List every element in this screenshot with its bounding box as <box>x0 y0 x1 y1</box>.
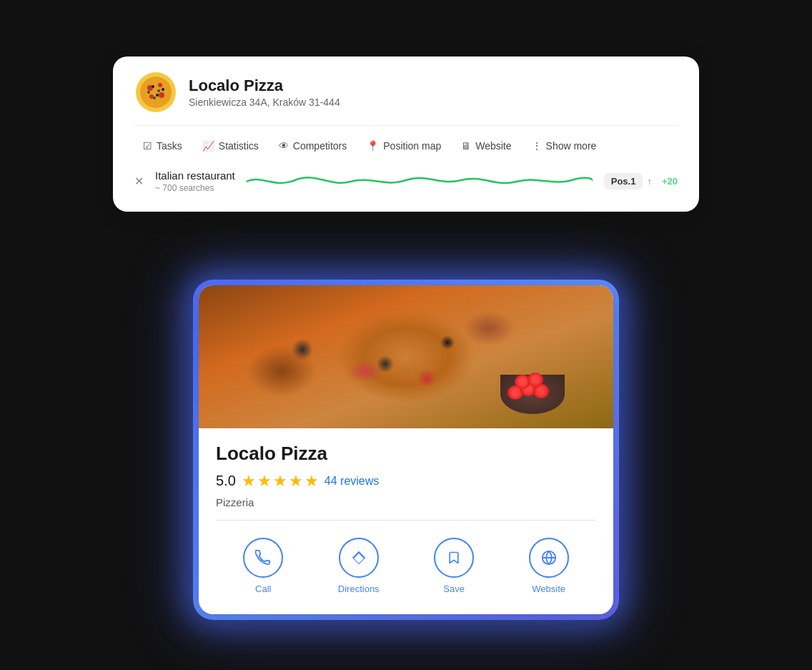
svg-point-1 <box>140 77 172 108</box>
directions-button[interactable]: Directions <box>338 538 380 594</box>
tab-show-more[interactable]: ⋮ Show more <box>523 136 605 156</box>
keyword-name: Italian restaurant <box>155 169 235 182</box>
tab-show-more-label: Show more <box>546 140 597 152</box>
business-info: Localo Pizza Sienkiewicza 34A, Kraków 31… <box>189 77 340 108</box>
save-label: Save <box>443 583 465 594</box>
action-buttons: Call Directions <box>216 535 596 600</box>
website-icon-circle <box>529 538 569 578</box>
tab-tasks-label: Tasks <box>157 140 182 152</box>
svg-point-6 <box>147 91 150 94</box>
tab-competitors[interactable]: 👁 Competitors <box>270 136 355 156</box>
tab-website-label: Website <box>475 140 511 152</box>
svg-point-4 <box>159 92 164 98</box>
statistics-icon: 📈 <box>202 140 214 152</box>
keyword-row: ✕ Italian restaurant ~ 700 searches Pos.… <box>134 159 678 199</box>
position-indicator: ↑ <box>647 176 652 187</box>
top-card: Localo Pizza Sienkiewicza 34A, Kraków 31… <box>113 56 699 212</box>
position-map-icon: 📍 <box>367 140 379 152</box>
tab-statistics-label: Statistics <box>219 140 259 152</box>
business-address: Sienkiewicza 34A, Kraków 31-444 <box>189 97 340 108</box>
reviews-count[interactable]: 44 reviews <box>325 475 379 488</box>
place-name: Localo Pizza <box>216 443 596 465</box>
tab-statistics[interactable]: 📈 Statistics <box>194 136 267 156</box>
tab-position-map[interactable]: 📍 Position map <box>358 136 450 156</box>
svg-point-9 <box>162 88 164 91</box>
pizza-image <box>199 285 613 428</box>
keyword-chart <box>247 167 593 196</box>
place-type: Pizzeria <box>216 496 596 508</box>
directions-icon-circle <box>339 538 379 578</box>
star-4: ★ <box>289 472 303 491</box>
star-1: ★ <box>242 472 256 491</box>
call-button[interactable]: Call <box>243 538 283 594</box>
tab-website[interactable]: 🖥 Website <box>452 136 520 156</box>
rating-row: 5.0 ★ ★ ★ ★ ★ 44 reviews <box>216 472 596 491</box>
website-action-label: Website <box>532 583 565 594</box>
website-action-button[interactable]: Website <box>529 538 569 594</box>
competitors-icon: 👁 <box>279 140 289 152</box>
svg-point-8 <box>153 97 156 99</box>
business-name: Localo Pizza <box>189 77 340 95</box>
directions-label: Directions <box>338 583 380 594</box>
more-icon: ⋮ <box>532 140 542 152</box>
star-3: ★ <box>273 472 287 491</box>
google-card: Localo Pizza 5.0 ★ ★ ★ ★ ★ 44 reviews Pi… <box>199 285 613 614</box>
tab-position-map-label: Position map <box>383 140 441 152</box>
tomato-5 <box>528 373 543 387</box>
nav-tabs: ☑ Tasks 📈 Statistics 👁 Competitors 📍 Pos… <box>134 126 678 159</box>
keyword-searches: ~ 700 searches <box>155 183 235 193</box>
svg-point-3 <box>158 83 162 87</box>
keyword-close-button[interactable]: ✕ <box>134 174 144 188</box>
card-content: Localo Pizza 5.0 ★ ★ ★ ★ ★ 44 reviews Pi… <box>199 428 613 614</box>
keyword-info: Italian restaurant ~ 700 searches <box>155 169 235 193</box>
divider <box>216 520 596 521</box>
tasks-icon: ☑ <box>143 140 152 152</box>
save-button[interactable]: Save <box>434 538 474 594</box>
position-badge: Pos.1 <box>604 173 643 189</box>
position-change: +20 <box>662 176 678 187</box>
stars: ★ ★ ★ ★ ★ <box>242 472 319 491</box>
star-2: ★ <box>257 472 272 491</box>
save-icon-circle <box>434 538 474 578</box>
bowl-area <box>500 357 572 414</box>
svg-point-10 <box>152 85 154 88</box>
google-card-wrapper: Localo Pizza 5.0 ★ ★ ★ ★ ★ 44 reviews Pi… <box>199 285 613 614</box>
business-header: Localo Pizza Sienkiewicza 34A, Kraków 31… <box>134 71 678 126</box>
tab-tasks[interactable]: ☑ Tasks <box>134 136 191 156</box>
call-label: Call <box>255 583 271 594</box>
svg-point-7 <box>157 89 160 92</box>
website-icon: 🖥 <box>461 140 471 152</box>
tab-competitors-label: Competitors <box>293 140 347 152</box>
rating-number: 5.0 <box>216 473 236 489</box>
business-logo <box>134 71 177 114</box>
svg-point-11 <box>156 94 159 97</box>
call-icon-circle <box>243 538 283 578</box>
star-5: ★ <box>304 472 319 491</box>
